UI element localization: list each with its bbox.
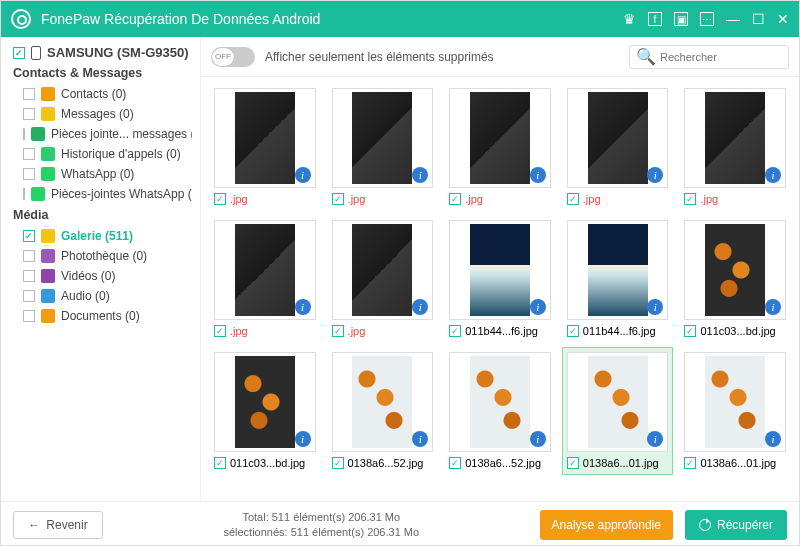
tree-checkbox[interactable] <box>23 290 35 302</box>
gallery-card[interactable]: i✓011b44...f6.jpg <box>562 215 674 343</box>
info-icon[interactable]: i <box>765 167 781 183</box>
thumbnail-box[interactable]: i <box>332 220 434 320</box>
tree-checkbox[interactable] <box>23 250 35 262</box>
contacts-item-2[interactable]: Pièces jointe... messages (0) <box>13 124 192 144</box>
close-icon[interactable]: ✕ <box>777 12 789 26</box>
thumbnail-box[interactable]: i <box>332 88 434 188</box>
media-item-0[interactable]: ✓Galerie (511) <box>13 226 192 246</box>
gallery-card[interactable]: i✓011b44...f6.jpg <box>444 215 556 343</box>
gallery-card[interactable]: i✓.jpg <box>209 83 321 211</box>
gallery-card[interactable]: i✓011c03...bd.jpg <box>679 215 791 343</box>
device-row[interactable]: ✓ SAMSUNG (SM-G9350) <box>13 45 192 60</box>
info-icon[interactable]: i <box>647 299 663 315</box>
device-checkbox[interactable]: ✓ <box>13 47 25 59</box>
gallery-card[interactable]: i✓0138a6...01.jpg <box>679 347 791 475</box>
info-icon[interactable]: i <box>765 299 781 315</box>
feedback-icon[interactable]: ▣ <box>674 12 688 26</box>
thumbnail-box[interactable]: i <box>214 220 316 320</box>
gallery-card[interactable]: i✓.jpg <box>327 83 439 211</box>
thumbnail-box[interactable]: i <box>684 220 786 320</box>
info-icon[interactable]: i <box>530 431 546 447</box>
tree-checkbox[interactable] <box>23 148 35 160</box>
thumbnail-box[interactable]: i <box>332 352 434 452</box>
info-icon[interactable]: i <box>647 431 663 447</box>
file-name: .jpg <box>465 193 483 205</box>
tree-checkbox[interactable] <box>23 270 35 282</box>
item-checkbox[interactable]: ✓ <box>449 193 461 205</box>
menu-icon[interactable]: ⋯ <box>700 12 714 26</box>
gallery-card[interactable]: i✓.jpg <box>679 83 791 211</box>
info-icon[interactable]: i <box>412 431 428 447</box>
item-checkbox[interactable]: ✓ <box>332 457 344 469</box>
thumbnail-box[interactable]: i <box>567 88 669 188</box>
thumbnail-box[interactable]: i <box>214 88 316 188</box>
tree-checkbox[interactable] <box>23 88 35 100</box>
thumbnail-box[interactable]: i <box>684 88 786 188</box>
item-checkbox[interactable]: ✓ <box>332 193 344 205</box>
tree-checkbox[interactable] <box>23 188 25 200</box>
gallery-card[interactable]: i✓0138a6...52.jpg <box>327 347 439 475</box>
deep-scan-button[interactable]: Analyse approfondie <box>540 510 673 540</box>
thumbnail-box[interactable]: i <box>214 352 316 452</box>
gallery-card[interactable]: i✓0138a6...52.jpg <box>444 347 556 475</box>
thumbnail-box[interactable]: i <box>449 220 551 320</box>
gallery-card[interactable]: i✓.jpg <box>562 83 674 211</box>
gallery-scroll[interactable]: i✓.jpgi✓.jpgi✓.jpgi✓.jpgi✓.jpgi✓.jpgi✓.j… <box>201 77 799 501</box>
tree-checkbox[interactable]: ✓ <box>23 230 35 242</box>
media-item-4[interactable]: Documents (0) <box>13 306 192 326</box>
gallery-card[interactable]: i✓.jpg <box>444 83 556 211</box>
info-icon[interactable]: i <box>530 167 546 183</box>
deleted-only-toggle[interactable]: OFF <box>211 47 255 67</box>
tree-checkbox[interactable] <box>23 168 35 180</box>
item-checkbox[interactable]: ✓ <box>684 193 696 205</box>
info-icon[interactable]: i <box>295 431 311 447</box>
gallery-card[interactable]: i✓.jpg <box>327 215 439 343</box>
gallery-card[interactable]: i✓0138a6...01.jpg <box>562 347 674 475</box>
facebook-icon[interactable]: f <box>648 12 662 26</box>
info-icon[interactable]: i <box>295 167 311 183</box>
gallery-card[interactable]: i✓011c03...bd.jpg <box>209 347 321 475</box>
thumbnail-image <box>470 224 530 316</box>
tree-checkbox[interactable] <box>23 128 25 140</box>
item-checkbox[interactable]: ✓ <box>567 193 579 205</box>
item-checkbox[interactable]: ✓ <box>684 457 696 469</box>
thumbnail-box[interactable]: i <box>567 352 669 452</box>
info-icon[interactable]: i <box>412 299 428 315</box>
item-checkbox[interactable]: ✓ <box>567 325 579 337</box>
gallery-card[interactable]: i✓.jpg <box>209 215 321 343</box>
info-icon[interactable]: i <box>765 431 781 447</box>
premium-icon[interactable]: ♛ <box>623 12 636 26</box>
media-item-3[interactable]: Audio (0) <box>13 286 192 306</box>
contacts-item-1[interactable]: Messages (0) <box>13 104 192 124</box>
contacts-item-0[interactable]: Contacts (0) <box>13 84 192 104</box>
info-icon[interactable]: i <box>530 299 546 315</box>
item-checkbox[interactable]: ✓ <box>214 325 226 337</box>
media-item-2[interactable]: Vidéos (0) <box>13 266 192 286</box>
thumbnail-box[interactable]: i <box>684 352 786 452</box>
item-checkbox[interactable]: ✓ <box>332 325 344 337</box>
item-checkbox[interactable]: ✓ <box>567 457 579 469</box>
info-icon[interactable]: i <box>295 299 311 315</box>
thumbnail-box[interactable]: i <box>567 220 669 320</box>
thumbnail-box[interactable]: i <box>449 88 551 188</box>
search-box[interactable]: 🔍 <box>629 45 789 69</box>
contacts-item-4[interactable]: WhatsApp (0) <box>13 164 192 184</box>
tree-checkbox[interactable] <box>23 310 35 322</box>
info-icon[interactable]: i <box>412 167 428 183</box>
back-button[interactable]: ← Revenir <box>13 511 103 539</box>
contacts-item-5[interactable]: Pièces-jointes WhatsApp (0) <box>13 184 192 204</box>
thumbnail-box[interactable]: i <box>449 352 551 452</box>
recover-button[interactable]: Récupérer <box>685 510 787 540</box>
item-checkbox[interactable]: ✓ <box>449 325 461 337</box>
maximize-icon[interactable]: ☐ <box>752 12 765 26</box>
item-checkbox[interactable]: ✓ <box>684 325 696 337</box>
item-checkbox[interactable]: ✓ <box>214 457 226 469</box>
contacts-item-3[interactable]: Historique d'appels (0) <box>13 144 192 164</box>
item-checkbox[interactable]: ✓ <box>214 193 226 205</box>
search-input[interactable] <box>660 51 782 63</box>
item-checkbox[interactable]: ✓ <box>449 457 461 469</box>
info-icon[interactable]: i <box>647 167 663 183</box>
media-item-1[interactable]: Photothèque (0) <box>13 246 192 266</box>
minimize-icon[interactable]: — <box>726 12 740 26</box>
tree-checkbox[interactable] <box>23 108 35 120</box>
